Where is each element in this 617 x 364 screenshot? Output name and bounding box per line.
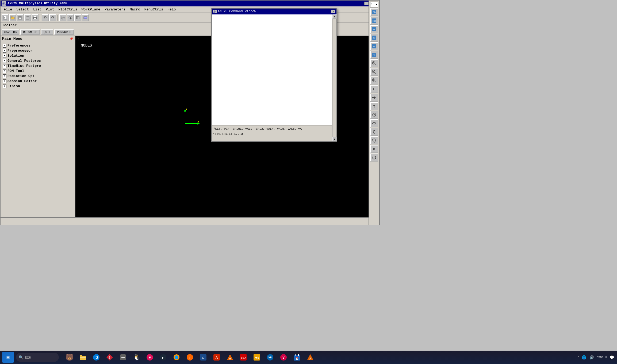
taskbar-app-6[interactable]: 🐧 (131, 352, 142, 363)
sidebar-item-preferences[interactable]: + Preferences (1, 43, 75, 48)
menu-list[interactable]: List (31, 7, 44, 12)
right-tb-btn-pan-up[interactable] (370, 102, 378, 110)
right-tb-btn-reset[interactable] (370, 154, 378, 162)
network-icon[interactable]: 🌐 (581, 355, 587, 360)
right-tb-btn-pan-right[interactable] (370, 94, 378, 102)
menu-plot[interactable]: Plot (44, 7, 56, 12)
sidebar-item-finish[interactable]: + Finish (1, 84, 75, 89)
sidebar-item-timehist-postpro[interactable]: + TimeHist Postpro (1, 63, 75, 68)
right-tb-btn-center[interactable] (370, 111, 378, 119)
taskbar-app-5[interactable] (117, 352, 129, 363)
right-tb-btn-bot[interactable]: BT (370, 51, 378, 59)
svg-rect-5 (11, 16, 12, 17)
toolbar-config-btn[interactable] (74, 14, 81, 21)
toolbar-extra-btn[interactable]: + (82, 14, 89, 21)
sidebar-item-session-editor[interactable]: + Session Editor (1, 79, 75, 84)
save-db-button[interactable]: SAVE_DB (2, 29, 19, 35)
right-tb-btn-zoom-in[interactable] (370, 59, 378, 67)
menu-parameters[interactable]: Parameters (102, 7, 128, 12)
scroll-down-button[interactable]: ▼ (332, 137, 337, 141)
start-button[interactable]: ⊞ (2, 352, 14, 363)
sidebar-item-preprocessor[interactable]: + Preprocessor (1, 48, 75, 53)
notification-icon[interactable]: 💬 (609, 355, 615, 360)
svg-text:A: A (216, 355, 218, 360)
svg-text:i: i (70, 17, 71, 20)
svg-marker-53 (373, 88, 374, 90)
toolbar-redo-btn[interactable] (49, 14, 56, 21)
toolbar-help-btn[interactable]: ? (59, 14, 66, 21)
sidebar-item-label: Finish (7, 84, 20, 88)
search-bar[interactable]: 🔍 搜索 (16, 353, 59, 362)
right-tb-btn-back[interactable]: BK (370, 34, 378, 42)
menu-macro[interactable]: Macro (128, 7, 142, 12)
taskbar-app-ansys-small[interactable]: A (304, 352, 316, 363)
system-clock[interactable]: CSDN © (596, 356, 607, 359)
right-tb-btn-rot-y[interactable] (370, 128, 378, 136)
taskbar-app-cnki[interactable]: CNJ (237, 352, 249, 363)
menu-help[interactable]: Help (165, 7, 178, 12)
scroll-up-button[interactable]: ▲ (332, 14, 337, 19)
taskbar-app-ansys-orange[interactable]: A (224, 352, 236, 363)
menu-plotctrls[interactable]: PlotCtrls (56, 7, 79, 12)
taskbar-app-vivaldi[interactable]: V (278, 352, 289, 363)
right-tb-btn-rot-z[interactable] (370, 136, 378, 144)
taskbar-app-steam[interactable]: ▶ (157, 352, 169, 363)
svg-text:!: ! (109, 356, 110, 360)
svg-rect-20 (76, 16, 79, 19)
taskbar-app-settings[interactable]: A (211, 352, 223, 363)
resum-db-button[interactable]: RESUM_DB (20, 29, 40, 35)
taskbar-app-mascot[interactable]: 🐻 (64, 352, 75, 363)
taskbar-app-workbench[interactable]: WB (264, 352, 276, 363)
right-toolbar: 1 ▼ 3D ISO FR BK TP BT (369, 1, 379, 225)
tree-expand-icon: + (3, 85, 6, 88)
right-tb-btn-anim[interactable] (370, 145, 378, 153)
right-tb-btn-rot-x[interactable] (370, 119, 378, 127)
svg-text:X: X (197, 120, 199, 124)
toolbar-undo-btn[interactable] (42, 14, 49, 21)
toolbar-new-btn[interactable]: N (2, 14, 9, 21)
sidebar-item-radiation-opt[interactable]: + Radiation Opt (1, 74, 75, 79)
svg-text:▶: ▶ (162, 357, 164, 359)
svg-point-60 (374, 114, 375, 115)
taskbar-app-ansys-main[interactable]: ANS (251, 352, 263, 363)
right-tb-btn-iso[interactable]: ISO (370, 17, 378, 25)
tray-expand-icon[interactable]: ^ (578, 356, 580, 359)
right-tb-btn-zoom-out[interactable] (370, 68, 378, 76)
toolbar-saveas-btn[interactable] (24, 14, 31, 21)
sidebar-item-solution[interactable]: + Solution (1, 53, 75, 58)
right-tb-btn-top[interactable]: TP (370, 42, 378, 50)
toolbar-open-btn[interactable] (9, 14, 16, 21)
right-tb-btn-zoom-fit[interactable] (370, 76, 378, 85)
sidebar-item-rom-tool[interactable]: + ROM Tool (1, 68, 75, 74)
menu-workplane[interactable]: WorkPlane (79, 7, 102, 12)
taskbar-app-4[interactable]: ! (104, 352, 116, 363)
taskbar-app-firefox[interactable] (171, 352, 182, 363)
quit-button[interactable]: QUIT (41, 29, 53, 35)
command-window-close-button[interactable]: ✕ (331, 10, 335, 13)
taskbar-app-11[interactable]: ⌂ (197, 352, 209, 363)
taskbar-app-calendar[interactable]: 📅 (291, 352, 303, 363)
taskbar-app-explorer[interactable] (77, 352, 89, 363)
speaker-icon[interactable]: 🔊 (589, 355, 595, 360)
right-tb-btn-3d[interactable]: 3D (370, 8, 378, 16)
menu-select[interactable]: Select (14, 7, 31, 12)
sidebar-pin-icon[interactable]: 📌 (70, 37, 73, 41)
taskbar-app-10[interactable]: ⚡ (184, 352, 196, 363)
taskbar-app-edge[interactable] (90, 352, 102, 363)
taskbar: ⊞ 🔍 搜索 🐻 ! 🐧 ♥ ▶ (0, 351, 617, 364)
right-tb-btn-front[interactable]: FR (370, 25, 378, 33)
toolbar-info-btn[interactable]: i (67, 14, 74, 21)
svg-rect-69 (80, 355, 82, 356)
minimize-button[interactable]: _ (364, 2, 369, 5)
right-tb-btn-pan-left[interactable] (370, 85, 378, 93)
taskbar-app-7[interactable]: ♥ (144, 352, 156, 363)
toolbar-separator-1 (40, 15, 40, 21)
menu-menuctrls[interactable]: MenuCtrls (142, 7, 165, 12)
toolbar-save-btn[interactable] (17, 14, 24, 21)
sidebar-item-general-postproc[interactable]: + General Postproc (1, 58, 75, 63)
svg-rect-70 (80, 357, 86, 358)
toolbar-print-btn[interactable] (32, 14, 39, 21)
menu-file[interactable]: File (2, 7, 14, 12)
powrgrph-button[interactable]: POWRGRPH (54, 29, 74, 35)
right-dropdown[interactable]: 1 ▼ (370, 2, 378, 7)
